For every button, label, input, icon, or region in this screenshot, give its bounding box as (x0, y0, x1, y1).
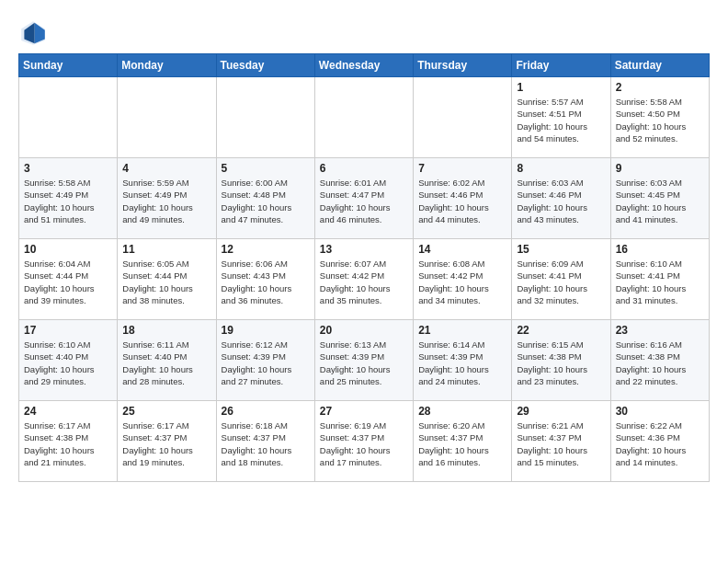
day-cell: 9Sunrise: 6:03 AM Sunset: 4:45 PM Daylig… (610, 158, 709, 239)
day-cell: 19Sunrise: 6:12 AM Sunset: 4:39 PM Dayli… (216, 320, 314, 401)
day-cell: 12Sunrise: 6:06 AM Sunset: 4:43 PM Dayli… (216, 239, 314, 320)
day-info: Sunrise: 6:19 AM Sunset: 4:37 PM Dayligh… (320, 419, 408, 468)
day-info: Sunrise: 5:57 AM Sunset: 4:51 PM Dayligh… (517, 96, 605, 144)
page: SundayMondayTuesdayWednesdayThursdayFrid… (0, 0, 728, 491)
day-number: 22 (517, 324, 605, 337)
day-cell: 10Sunrise: 6:04 AM Sunset: 4:44 PM Dayli… (19, 239, 118, 320)
day-number: 25 (122, 405, 210, 418)
week-row-1: 1Sunrise: 5:57 AM Sunset: 4:51 PM Daylig… (19, 77, 710, 158)
week-row-4: 17Sunrise: 6:10 AM Sunset: 4:40 PM Dayli… (19, 320, 710, 401)
day-cell: 20Sunrise: 6:13 AM Sunset: 4:39 PM Dayli… (314, 320, 413, 401)
weekday-header-wednesday: Wednesday (314, 54, 413, 77)
day-number: 12 (222, 243, 310, 256)
day-number: 10 (24, 243, 112, 256)
day-info: Sunrise: 6:01 AM Sunset: 4:47 PM Dayligh… (320, 177, 408, 225)
header (18, 18, 710, 48)
day-cell: 17Sunrise: 6:10 AM Sunset: 4:40 PM Dayli… (19, 320, 118, 401)
week-row-3: 10Sunrise: 6:04 AM Sunset: 4:44 PM Dayli… (19, 239, 710, 320)
calendar-table: SundayMondayTuesdayWednesdayThursdayFrid… (18, 53, 710, 482)
day-cell (19, 77, 118, 158)
day-info: Sunrise: 6:07 AM Sunset: 4:42 PM Dayligh… (320, 258, 408, 306)
day-number: 15 (517, 243, 605, 256)
day-cell: 24Sunrise: 6:17 AM Sunset: 4:38 PM Dayli… (19, 401, 118, 482)
day-cell (118, 77, 216, 158)
day-number: 30 (616, 405, 704, 418)
week-row-5: 24Sunrise: 6:17 AM Sunset: 4:38 PM Dayli… (19, 401, 710, 482)
day-number: 23 (616, 324, 704, 337)
day-info: Sunrise: 6:21 AM Sunset: 4:37 PM Dayligh… (517, 419, 605, 468)
day-cell: 13Sunrise: 6:07 AM Sunset: 4:42 PM Dayli… (314, 239, 413, 320)
day-cell: 8Sunrise: 6:03 AM Sunset: 4:46 PM Daylig… (512, 158, 610, 239)
day-cell: 5Sunrise: 6:00 AM Sunset: 4:48 PM Daylig… (216, 158, 314, 239)
day-info: Sunrise: 6:00 AM Sunset: 4:48 PM Dayligh… (222, 177, 310, 225)
day-number: 13 (320, 243, 408, 256)
day-cell: 4Sunrise: 5:59 AM Sunset: 4:49 PM Daylig… (118, 158, 216, 239)
day-info: Sunrise: 6:12 AM Sunset: 4:39 PM Dayligh… (222, 339, 310, 387)
day-number: 9 (616, 162, 704, 175)
day-info: Sunrise: 6:06 AM Sunset: 4:43 PM Dayligh… (222, 258, 310, 306)
day-cell: 3Sunrise: 5:58 AM Sunset: 4:49 PM Daylig… (19, 158, 118, 239)
day-info: Sunrise: 6:02 AM Sunset: 4:46 PM Dayligh… (418, 177, 506, 225)
day-number: 2 (616, 81, 704, 94)
day-info: Sunrise: 6:08 AM Sunset: 4:42 PM Dayligh… (418, 258, 506, 306)
day-info: Sunrise: 6:09 AM Sunset: 4:41 PM Dayligh… (517, 258, 605, 306)
day-cell: 28Sunrise: 6:20 AM Sunset: 4:37 PM Dayli… (414, 401, 512, 482)
day-cell (414, 77, 512, 158)
day-info: Sunrise: 5:58 AM Sunset: 4:50 PM Dayligh… (616, 96, 704, 144)
day-cell: 2Sunrise: 5:58 AM Sunset: 4:50 PM Daylig… (610, 77, 709, 158)
day-number: 17 (24, 324, 112, 337)
weekday-header-tuesday: Tuesday (216, 54, 314, 77)
day-number: 27 (320, 405, 408, 418)
day-info: Sunrise: 6:03 AM Sunset: 4:46 PM Dayligh… (517, 177, 605, 225)
day-cell: 30Sunrise: 6:22 AM Sunset: 4:36 PM Dayli… (610, 401, 709, 482)
day-cell: 14Sunrise: 6:08 AM Sunset: 4:42 PM Dayli… (414, 239, 512, 320)
day-info: Sunrise: 6:14 AM Sunset: 4:39 PM Dayligh… (418, 339, 506, 387)
day-info: Sunrise: 5:58 AM Sunset: 4:49 PM Dayligh… (24, 177, 112, 225)
day-cell: 25Sunrise: 6:17 AM Sunset: 4:37 PM Dayli… (118, 401, 216, 482)
day-number: 16 (616, 243, 704, 256)
day-info: Sunrise: 6:15 AM Sunset: 4:38 PM Dayligh… (517, 339, 605, 387)
day-number: 7 (418, 162, 506, 175)
day-number: 4 (122, 162, 210, 175)
day-info: Sunrise: 6:22 AM Sunset: 4:36 PM Dayligh… (616, 419, 704, 468)
day-number: 20 (320, 324, 408, 337)
day-number: 14 (418, 243, 506, 256)
day-number: 24 (24, 405, 112, 418)
day-info: Sunrise: 6:17 AM Sunset: 4:38 PM Dayligh… (24, 419, 112, 468)
day-number: 19 (222, 324, 310, 337)
day-number: 28 (418, 405, 506, 418)
day-number: 8 (517, 162, 605, 175)
day-cell: 1Sunrise: 5:57 AM Sunset: 4:51 PM Daylig… (512, 77, 610, 158)
day-number: 18 (122, 324, 210, 337)
day-info: Sunrise: 6:13 AM Sunset: 4:39 PM Dayligh… (320, 339, 408, 387)
day-info: Sunrise: 6:20 AM Sunset: 4:37 PM Dayligh… (418, 419, 506, 468)
day-number: 1 (517, 81, 605, 94)
day-number: 21 (418, 324, 506, 337)
week-row-2: 3Sunrise: 5:58 AM Sunset: 4:49 PM Daylig… (19, 158, 710, 239)
logo (18, 18, 51, 48)
day-cell: 26Sunrise: 6:18 AM Sunset: 4:37 PM Dayli… (216, 401, 314, 482)
day-cell: 7Sunrise: 6:02 AM Sunset: 4:46 PM Daylig… (414, 158, 512, 239)
day-info: Sunrise: 6:11 AM Sunset: 4:40 PM Dayligh… (122, 339, 210, 387)
day-cell (216, 77, 314, 158)
day-number: 5 (222, 162, 310, 175)
day-info: Sunrise: 6:16 AM Sunset: 4:38 PM Dayligh… (616, 339, 704, 387)
day-info: Sunrise: 6:10 AM Sunset: 4:41 PM Dayligh… (616, 258, 704, 306)
day-cell: 11Sunrise: 6:05 AM Sunset: 4:44 PM Dayli… (118, 239, 216, 320)
day-info: Sunrise: 6:04 AM Sunset: 4:44 PM Dayligh… (24, 258, 112, 306)
day-cell: 22Sunrise: 6:15 AM Sunset: 4:38 PM Dayli… (512, 320, 610, 401)
day-info: Sunrise: 5:59 AM Sunset: 4:49 PM Dayligh… (122, 177, 210, 225)
day-cell: 18Sunrise: 6:11 AM Sunset: 4:40 PM Dayli… (118, 320, 216, 401)
day-cell: 21Sunrise: 6:14 AM Sunset: 4:39 PM Dayli… (414, 320, 512, 401)
logo-icon (18, 18, 48, 48)
weekday-header-monday: Monday (118, 54, 216, 77)
day-info: Sunrise: 6:10 AM Sunset: 4:40 PM Dayligh… (24, 339, 112, 387)
weekday-header-sunday: Sunday (19, 54, 118, 77)
day-cell: 6Sunrise: 6:01 AM Sunset: 4:47 PM Daylig… (314, 158, 413, 239)
day-info: Sunrise: 6:03 AM Sunset: 4:45 PM Dayligh… (616, 177, 704, 225)
weekday-header-saturday: Saturday (610, 54, 709, 77)
weekday-header-friday: Friday (512, 54, 610, 77)
day-number: 11 (122, 243, 210, 256)
day-info: Sunrise: 6:17 AM Sunset: 4:37 PM Dayligh… (122, 419, 210, 468)
weekday-header-row: SundayMondayTuesdayWednesdayThursdayFrid… (19, 54, 710, 77)
